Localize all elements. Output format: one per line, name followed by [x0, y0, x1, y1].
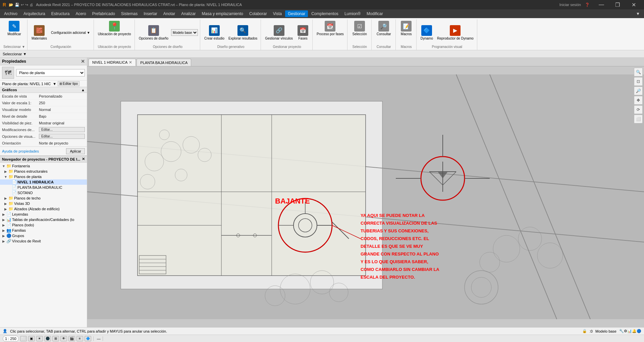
- maximize-btn[interactable]: ❐: [610, 0, 625, 9]
- menu-complementos[interactable]: Complementos: [309, 10, 341, 17]
- visibility-btn[interactable]: 👁: [60, 336, 67, 341]
- ribbon-btn-gestionar-vinculos[interactable]: 🔗 Gestionar vínculos: [264, 24, 294, 41]
- nav-icon-planos-techo: 📁: [8, 196, 13, 201]
- qat-open[interactable]: 📂: [9, 3, 13, 7]
- reproductor-dynamo-icon: ▶: [450, 25, 461, 36]
- menu-gestionar[interactable]: Gestionar: [285, 10, 308, 17]
- tab-nivel1[interactable]: NIVEL 1 HIDRAILICA ✕: [89, 59, 136, 66]
- nav-item-grupos[interactable]: ▶ 🔵 Grupos: [0, 233, 87, 238]
- nav-item-tablas[interactable]: ▶ 📊 Tablas de planificación/Cantidades (…: [0, 217, 87, 222]
- nav-item-nivel1[interactable]: 📄 NIVEL 1 HIDRAILICA: [0, 179, 87, 185]
- menu-estructura[interactable]: Estructura: [49, 10, 72, 17]
- menu-modificar[interactable]: Modificar: [364, 10, 386, 17]
- ribbon-btn-modificar[interactable]: ✎ Modificar: [6, 20, 22, 37]
- edit-type-btn[interactable]: ⊞ Editar tipo: [58, 81, 79, 86]
- menu-insertar[interactable]: Insertar: [141, 10, 160, 17]
- menu-acero[interactable]: Acero: [73, 10, 89, 17]
- prop-type-select[interactable]: Plano de planta: [16, 69, 85, 76]
- rotate-btn[interactable]: ⟳: [634, 105, 643, 114]
- apply-btn[interactable]: Aplicar: [66, 148, 85, 154]
- nav-item-sotano[interactable]: 📄 SOTANO: [0, 190, 87, 195]
- zoom-in-btn[interactable]: 🔍: [634, 68, 643, 76]
- qat-save[interactable]: 💾: [15, 3, 19, 7]
- nav-close[interactable]: ✕: [82, 157, 85, 161]
- menu-sistemas[interactable]: Sistemas: [118, 10, 140, 17]
- ribbon-btn-consultar[interactable]: 🔎 Consultar: [375, 20, 392, 37]
- ribbon-btn-config-adicional[interactable]: Configuración adicional ▼: [50, 30, 92, 35]
- detail-level-btn[interactable]: ≡: [76, 336, 83, 341]
- drawing-canvas[interactable]: BAJANTE YA AQUI SE PUEDE NOTAR LA CORREC…: [87, 66, 644, 327]
- sun-btn[interactable]: ☀: [36, 336, 43, 341]
- group-label-configuracion: Configuración: [50, 45, 71, 49]
- minimize-btn[interactable]: —: [594, 0, 609, 9]
- help-link[interactable]: Ayuda de propiedades: [2, 149, 39, 153]
- menu-extra[interactable]: ▼: [633, 10, 643, 17]
- menu-arquitectura[interactable]: Arquitectura: [21, 10, 48, 17]
- properties-close[interactable]: ✕: [81, 59, 85, 64]
- help-icon[interactable]: ❓: [585, 3, 590, 7]
- edit-type-label[interactable]: Editar tipo: [63, 82, 78, 86]
- prop-level-row: Plano de planta: NIVEL 1 HIC ▼ ⊞ Editar …: [0, 80, 87, 87]
- menu-anotar[interactable]: Anotar: [161, 10, 178, 17]
- zoom-fit-btn[interactable]: ⊡: [634, 77, 643, 86]
- ribbon-btn-proceso-fases[interactable]: 📆 Proceso por fases: [315, 20, 345, 37]
- nav-item-planos-planta[interactable]: ▼ 📁 Planos de planta: [0, 174, 87, 179]
- nav-icon-vistas3d: 📁: [8, 201, 13, 206]
- nav-item-planos-estructurales[interactable]: ▶ 📁 Planos estructurales: [0, 169, 87, 174]
- prop-value-opciones-visua[interactable]: Editar...: [39, 134, 85, 139]
- ribbon-btn-reproductor-dynamo[interactable]: ▶ Reproductor de Dynamo: [436, 24, 475, 41]
- shading-btn[interactable]: ▣: [28, 336, 35, 341]
- zoom-out-btn[interactable]: 🔎: [634, 87, 643, 95]
- section-box-btn[interactable]: ⬜: [634, 115, 643, 123]
- crop-btn[interactable]: ⊞: [52, 336, 59, 341]
- ribbon-btn-crear-estudio[interactable]: 📊 Crear estudio: [203, 24, 226, 41]
- pan-btn[interactable]: ✥: [634, 96, 643, 105]
- ribbon-btn-materiales[interactable]: 🧱 Materiales: [30, 24, 48, 41]
- render-btn[interactable]: 🎬: [68, 336, 75, 341]
- nav-item-familias[interactable]: ▶ 👥 Familias: [0, 228, 87, 233]
- prop-section-toggle[interactable]: ▲: [81, 88, 85, 92]
- menu-prefabricado[interactable]: Prefabricado: [90, 10, 118, 17]
- menu-vista[interactable]: Vista: [270, 10, 284, 17]
- qat-undo[interactable]: ↩: [21, 3, 24, 7]
- ribbon-btn-macros[interactable]: 📝 Macros: [399, 20, 414, 37]
- prop-level-dropdown[interactable]: ▼: [53, 82, 56, 86]
- nav-item-alzados[interactable]: ▶ 📁 Alzados (Alzado de edificio): [0, 206, 87, 212]
- ribbon-btn-ubicacion[interactable]: 📍 Ubicación de proyecto: [97, 20, 132, 37]
- scale-selector[interactable]: 1 : 250: [3, 336, 19, 342]
- nav-item-planta-baja[interactable]: 📄 PLANTA BAJA HIDRAULIC: [0, 185, 87, 190]
- prop-type-row: 🗺 Plano de planta: [0, 65, 87, 80]
- prop-value-modificaciones[interactable]: Editar...: [39, 127, 85, 132]
- qat-print[interactable]: 🖨: [30, 3, 33, 7]
- close-btn[interactable]: ✕: [626, 0, 641, 9]
- 3d-btn[interactable]: 🔷: [85, 336, 91, 341]
- modelo-base-select[interactable]: Modelo base: [171, 29, 198, 36]
- prop-value-visualizar: Normal: [39, 108, 85, 112]
- nav-item-fontaneria[interactable]: ▼ 📁 Fontanería: [0, 163, 87, 169]
- window-controls[interactable]: — ❐ ✕: [594, 0, 641, 9]
- select-label[interactable]: Seleccionar ▼: [3, 52, 26, 56]
- nav-item-planos-techo[interactable]: ▶ 📁 Planos de techo: [0, 195, 87, 201]
- quick-access-toolbar[interactable]: 📂 💾 ↩ ↪ 🖨: [9, 3, 33, 7]
- tab-planta-baja[interactable]: PLANTA BAJA HIDRAULICA: [137, 59, 191, 66]
- ribbon-btn-fases[interactable]: 📅 Fases: [296, 24, 310, 41]
- main-area: Propiedades ✕ 🗺 Plano de planta Plano de…: [0, 58, 644, 327]
- menu-masa[interactable]: Masa y emplazamiento: [199, 10, 246, 17]
- ribbon-btn-seleccion[interactable]: ☑ Selección: [351, 20, 368, 37]
- ribbon-btn-dynamo[interactable]: 🔷 Dynamo: [419, 24, 434, 41]
- tab-nivel1-close[interactable]: ✕: [129, 60, 132, 65]
- ribbon-btn-explorar[interactable]: 🔍 Explorar resultados: [227, 24, 259, 41]
- shadow-btn[interactable]: 🌑: [44, 336, 51, 341]
- menu-archivo[interactable]: Archivo: [1, 10, 20, 17]
- menu-lumion[interactable]: Lumion®: [342, 10, 363, 17]
- qat-redo[interactable]: ↪: [25, 3, 28, 7]
- view-mode-btn[interactable]: ⬜: [20, 336, 27, 341]
- signin-btn[interactable]: Iniciar sesión: [559, 3, 581, 7]
- menu-analizar[interactable]: Analizar: [178, 10, 198, 17]
- nav-item-vinculos[interactable]: ▶ 🔗 Vínculos de Revit: [0, 238, 87, 244]
- nav-item-leyendas[interactable]: ▶ 📄 Leyendas: [0, 212, 87, 217]
- nav-item-planos-todo[interactable]: ▶ 📄 Planos (todo): [0, 222, 87, 228]
- menu-colaborar[interactable]: Colaborar: [247, 10, 270, 17]
- ribbon-btn-opciones-diseno[interactable]: 📋 Opciones de diseño: [138, 24, 170, 41]
- nav-item-vistas3d[interactable]: ▶ 📁 Vistas 3D: [0, 201, 87, 206]
